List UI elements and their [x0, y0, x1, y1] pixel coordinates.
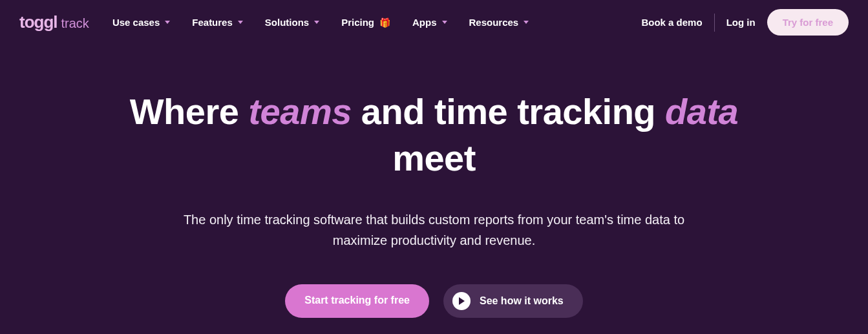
- start-tracking-button[interactable]: Start tracking for free: [285, 284, 429, 318]
- hero-title: Where teams and time tracking data meet: [111, 89, 757, 181]
- nav-label: Features: [192, 17, 233, 28]
- nav-label: Pricing: [341, 17, 374, 28]
- logo-brand: toggl: [19, 12, 58, 32]
- chevron-down-icon: [238, 21, 243, 24]
- nav-label: Use cases: [112, 17, 160, 28]
- nav-label: Solutions: [265, 17, 309, 28]
- chevron-down-icon: [442, 21, 447, 24]
- see-how-it-works-button[interactable]: See how it works: [443, 284, 583, 318]
- hero-title-part: and time tracking: [352, 91, 665, 132]
- play-triangle: [459, 297, 465, 305]
- hero-title-emphasis: teams: [248, 91, 351, 132]
- nav-pricing[interactable]: Pricing 🎁: [341, 17, 390, 28]
- secondary-cta-label: See how it works: [480, 295, 564, 307]
- divider: [714, 14, 715, 32]
- book-demo-link[interactable]: Book a demo: [641, 17, 702, 28]
- chevron-down-icon: [524, 21, 529, 24]
- nav-label: Resources: [469, 17, 519, 28]
- hero-title-part: Where: [130, 91, 249, 132]
- chevron-down-icon: [314, 21, 319, 24]
- nav-label: Apps: [412, 17, 437, 28]
- nav-features[interactable]: Features: [192, 17, 243, 28]
- hero-section: Where teams and time tracking data meet …: [111, 45, 757, 318]
- nav-apps[interactable]: Apps: [412, 17, 447, 28]
- hero-subtitle: The only time tracking software that bui…: [182, 209, 686, 251]
- login-link[interactable]: Log in: [726, 17, 756, 28]
- hero-title-part: meet: [392, 138, 476, 178]
- play-icon: [452, 292, 471, 310]
- site-header: toggl track Use cases Features Solutions…: [0, 0, 868, 45]
- chevron-down-icon: [165, 21, 170, 24]
- logo-product: track: [61, 16, 89, 31]
- nav-use-cases[interactable]: Use cases: [112, 17, 170, 28]
- nav-solutions[interactable]: Solutions: [265, 17, 319, 28]
- main-nav: Use cases Features Solutions Pricing 🎁 A…: [112, 17, 624, 28]
- logo[interactable]: toggl track: [19, 12, 89, 32]
- gift-icon: 🎁: [379, 17, 390, 28]
- header-actions: Book a demo Log in Try for free: [641, 9, 849, 36]
- cta-row: Start tracking for free See how it works: [111, 284, 757, 318]
- try-for-free-button[interactable]: Try for free: [767, 9, 849, 36]
- nav-resources[interactable]: Resources: [469, 17, 529, 28]
- hero-title-emphasis: data: [665, 91, 738, 132]
